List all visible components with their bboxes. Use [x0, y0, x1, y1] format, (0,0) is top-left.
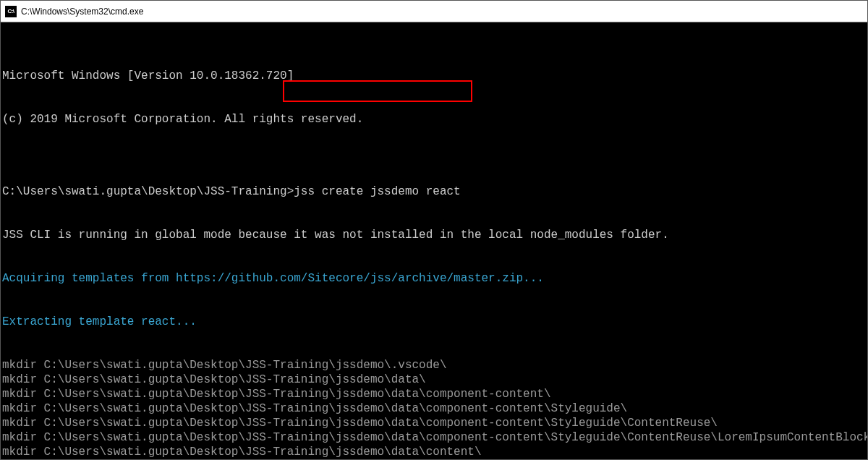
typed-command: jss create jssdemo react	[294, 185, 460, 198]
titlebar[interactable]: C:\ C:\Windows\System32\cmd.exe	[1, 1, 867, 22]
mkdir-line: mkdir C:\Users\swati.gupta\Desktop\JSS-T…	[2, 401, 866, 416]
mkdir-lines: mkdir C:\Users\swati.gupta\Desktop\JSS-T…	[2, 358, 866, 459]
mkdir-line: mkdir C:\Users\swati.gupta\Desktop\JSS-T…	[2, 445, 866, 459]
acquiring-line: Acquiring templates from https://github.…	[2, 271, 866, 286]
command-highlight-annotation	[283, 80, 472, 102]
copyright-line: (c) 2019 Microsoft Corporation. All righ…	[2, 112, 866, 127]
prompt-path: C:\Users\swati.gupta\Desktop\JSS-Trainin…	[2, 185, 294, 198]
titlebar-text: C:\Windows\System32\cmd.exe	[21, 7, 143, 17]
cmd-icon: C:\	[5, 6, 17, 17]
mkdir-line: mkdir C:\Users\swati.gupta\Desktop\JSS-T…	[2, 372, 866, 387]
mkdir-line: mkdir C:\Users\swati.gupta\Desktop\JSS-T…	[2, 358, 866, 372]
extracting-line: Extracting template react...	[2, 315, 866, 329]
prompt-line: C:\Users\swati.gupta\Desktop\JSS-Trainin…	[2, 184, 866, 199]
mkdir-line: mkdir C:\Users\swati.gupta\Desktop\JSS-T…	[2, 387, 866, 401]
windows-version-line: Microsoft Windows [Version 10.0.18362.72…	[2, 69, 866, 83]
cmd-window: C:\ C:\Windows\System32\cmd.exe Microsof…	[0, 0, 868, 460]
cmd-icon-label: C:\	[7, 8, 14, 14]
terminal-output[interactable]: Microsoft Windows [Version 10.0.18362.72…	[1, 22, 867, 459]
cli-notice-line: JSS CLI is running in global mode becaus…	[2, 228, 866, 242]
mkdir-line: mkdir C:\Users\swati.gupta\Desktop\JSS-T…	[2, 416, 866, 430]
mkdir-line: mkdir C:\Users\swati.gupta\Desktop\JSS-T…	[2, 430, 866, 445]
